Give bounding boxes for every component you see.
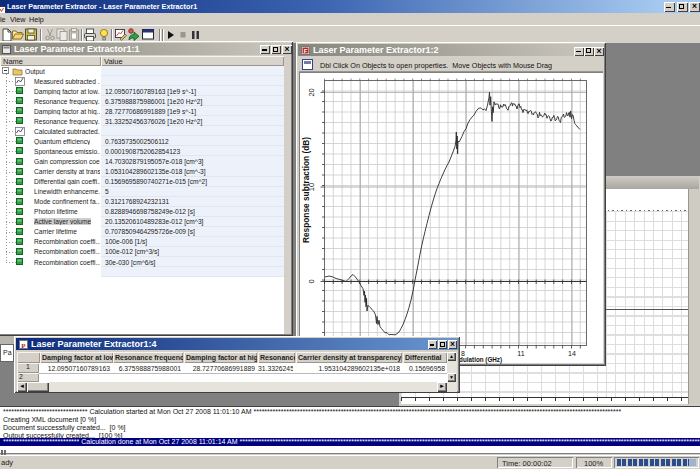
svg-text:F: F — [304, 48, 308, 54]
svg-text:P: P — [21, 342, 26, 350]
